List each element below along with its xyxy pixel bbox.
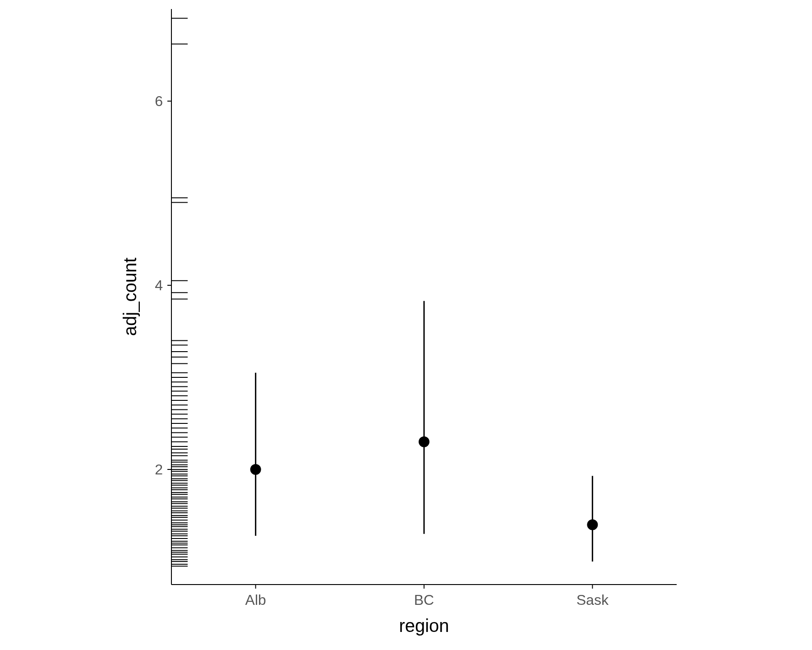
y-tick-label: 2 — [155, 461, 163, 478]
data-point — [587, 519, 598, 530]
x-tick-label: Sask — [577, 592, 609, 608]
chart-container: 246AlbBCSaskregionadj_count — [122, 0, 690, 650]
data-point — [419, 436, 429, 447]
chart-svg: 246AlbBCSaskregionadj_count — [122, 0, 690, 650]
x-tick-label: BC — [414, 592, 434, 608]
y-tick-label: 6 — [155, 93, 163, 109]
x-axis-title: region — [399, 616, 449, 636]
y-tick-label: 4 — [155, 277, 163, 293]
y-axis-title: adj_count — [122, 258, 140, 336]
data-point — [250, 464, 261, 475]
x-tick-label: Alb — [245, 592, 266, 608]
